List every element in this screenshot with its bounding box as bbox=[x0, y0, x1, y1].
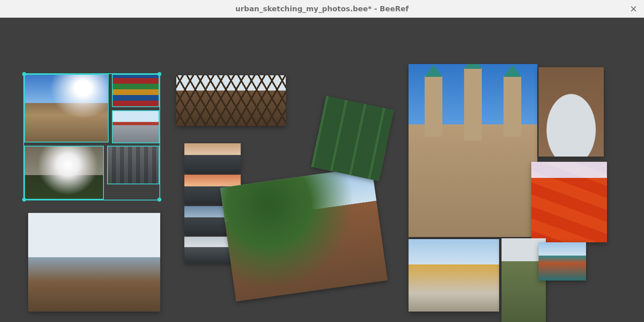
image-tree-street[interactable] bbox=[220, 167, 388, 301]
resize-handle-bl[interactable] bbox=[22, 198, 26, 202]
resize-handle-tl[interactable] bbox=[22, 72, 26, 76]
close-button[interactable] bbox=[629, 4, 638, 14]
image-castle-river[interactable] bbox=[539, 242, 586, 281]
image-town-square[interactable] bbox=[409, 239, 499, 312]
resize-handle-tr[interactable] bbox=[157, 72, 161, 76]
image-roofs[interactable] bbox=[531, 162, 607, 242]
selection-outline[interactable] bbox=[23, 73, 160, 200]
image-bridge-truss[interactable] bbox=[176, 75, 286, 126]
image-riverside[interactable] bbox=[28, 213, 160, 312]
image-arch-gate[interactable] bbox=[539, 67, 604, 157]
image-overpass[interactable] bbox=[311, 96, 394, 181]
titlebar[interactable]: urban_sketching_my_photos.bee* - BeeRef bbox=[0, 0, 644, 18]
close-icon bbox=[631, 6, 636, 12]
window-title: urban_sketching_my_photos.bee* - BeeRef bbox=[235, 4, 409, 13]
canvas[interactable] bbox=[0, 18, 644, 322]
image-industry-1[interactable] bbox=[184, 143, 241, 172]
image-cathedral[interactable] bbox=[409, 64, 537, 237]
resize-handle-br[interactable] bbox=[157, 198, 161, 202]
